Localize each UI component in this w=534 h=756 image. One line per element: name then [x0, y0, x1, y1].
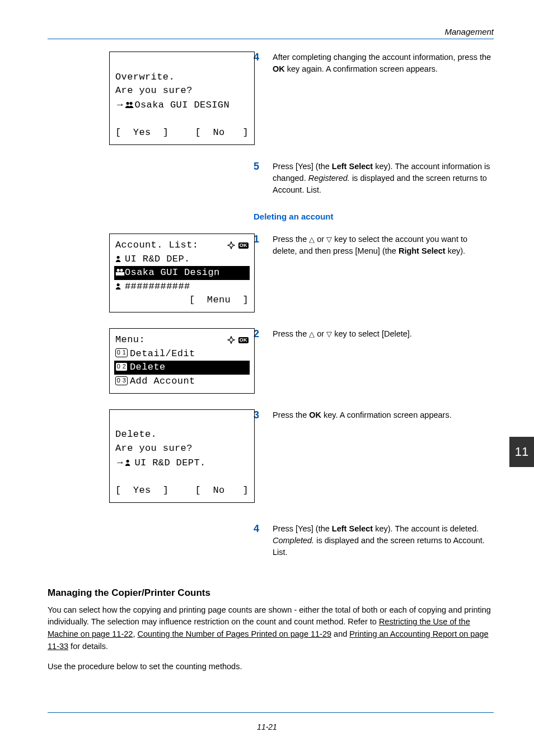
- nav-diamond-icon: [227, 336, 235, 344]
- para2: Use the procedure below to set the count…: [48, 661, 494, 673]
- svg-point-0: [127, 102, 129, 105]
- step-number-4b: 4: [254, 523, 263, 558]
- lcd4-line3: UI R&D DEPT.: [134, 458, 205, 468]
- lcd-delete-confirm: Delete. Are you sure? →UI R&D DEPT. [ Ye…: [109, 409, 255, 503]
- left-select-key-2: Left Select: [332, 524, 373, 533]
- p1d: for details.: [68, 642, 108, 651]
- lcd4-no[interactable]: [ No ]: [195, 484, 249, 498]
- lcd2-title: Account. List:: [115, 239, 198, 253]
- up-triangle-icon: △: [309, 330, 315, 338]
- lcd1-line2: Are you sure?: [115, 85, 193, 96]
- ok-icon: OK: [238, 337, 249, 343]
- arrow-icon: →: [115, 99, 125, 110]
- s5a: Press [Yes] (the: [273, 162, 332, 171]
- para1: You can select how the copying and print…: [48, 604, 494, 653]
- svg-rect-6: [116, 272, 124, 276]
- p1c: and: [331, 629, 349, 638]
- lcd-menu: Menu:OK0 1Detail/Edit 0 2Delete 0 3Add A…: [109, 328, 255, 394]
- up-triangle-icon: △: [309, 235, 315, 244]
- left-select-key: Left Select: [332, 162, 373, 171]
- num-badge-1: 0 1: [115, 348, 128, 357]
- lcd2-row1: UI R&D DEP.: [125, 254, 190, 264]
- lcd3-opt1[interactable]: Detail/Edit: [130, 348, 195, 359]
- link-counting[interactable]: Counting the Number of Pages Printed on …: [137, 629, 331, 638]
- d3a: Press the: [273, 410, 309, 419]
- lcd3-opt3[interactable]: Add Account: [130, 376, 195, 386]
- people-icon: [115, 282, 125, 290]
- step-number-1: 1: [254, 234, 263, 257]
- svg-marker-8: [228, 337, 235, 343]
- registered-msg: Registered.: [308, 174, 350, 183]
- footer-rule: [48, 712, 494, 713]
- svg-point-1: [130, 102, 133, 105]
- people-icon: [115, 255, 125, 263]
- d-step1: Press the △ or ▽ key to select the accou…: [273, 234, 494, 257]
- d2b: or: [315, 329, 326, 338]
- lcd3-opt2[interactable]: Delete: [130, 362, 166, 372]
- d4a: Press [Yes] (the: [273, 524, 332, 533]
- deleting-account-heading: Deleting an account: [254, 212, 494, 221]
- svg-point-3: [117, 255, 120, 258]
- down-triangle-icon: ▽: [326, 330, 332, 338]
- lcd4-line1: Delete.: [115, 429, 157, 440]
- lcd2-menu[interactable]: [ Menu ]: [189, 293, 249, 307]
- step4-b: key again. A confirmation screen appears…: [285, 64, 438, 73]
- ok-key-2: OK: [309, 410, 321, 419]
- lcd2-row3: ###########: [125, 281, 190, 292]
- lcd2-row2[interactable]: Osaka GUI Design: [125, 267, 220, 278]
- step-number-4: 4: [254, 52, 263, 75]
- lcd4-line2: Are you sure?: [115, 443, 193, 454]
- svg-marker-2: [228, 242, 235, 249]
- ok-key: OK: [273, 64, 285, 73]
- lcd-overwrite-confirm: Overwrite. Are you sure? →Osaka GUI DESI…: [109, 52, 255, 145]
- num-badge-3: 0 3: [115, 376, 128, 385]
- header-section: Management: [48, 27, 494, 36]
- arrow-icon: →: [115, 457, 125, 468]
- svg-point-9: [127, 459, 129, 462]
- d3b: key. A confirmation screen appears.: [321, 410, 452, 419]
- managing-counts-heading: Managing the Copier/Printer Counts: [48, 587, 494, 599]
- lcd3-title: Menu:: [115, 333, 145, 347]
- d2c: key to select [Delete].: [332, 329, 412, 338]
- step-number-2: 2: [254, 328, 263, 340]
- people-icon: [115, 268, 125, 276]
- people-icon: [125, 459, 134, 466]
- d-step2: Press the △ or ▽ key to select [Delete].: [273, 328, 494, 340]
- lcd1-line1: Overwrite.: [115, 72, 175, 82]
- svg-point-5: [120, 269, 123, 272]
- page-number: 11-21: [0, 722, 534, 731]
- step4-text: After completing changing the account in…: [273, 52, 494, 75]
- right-select-key: Right Select: [399, 246, 446, 255]
- num-badge-2: 0 2: [115, 362, 128, 371]
- lcd-account-list: Account. List:OKUI R&D DEP. Osaka GUI De…: [109, 234, 255, 312]
- d1a: Press the: [273, 235, 309, 244]
- lcd4-yes[interactable]: [ Yes ]: [115, 484, 168, 498]
- step-number-5: 5: [254, 161, 263, 196]
- svg-point-7: [117, 283, 120, 286]
- lcd1-no[interactable]: [ No ]: [195, 126, 249, 140]
- d2a: Press the: [273, 329, 309, 338]
- chapter-tab: 11: [509, 437, 534, 467]
- nav-diamond-icon: [227, 241, 235, 249]
- completed-msg: Completed.: [273, 536, 314, 545]
- d-step4: Press [Yes] (the Left Select key). The a…: [273, 523, 494, 558]
- step-number-3: 3: [254, 409, 263, 421]
- ok-icon: OK: [238, 242, 249, 249]
- d1d: key).: [446, 246, 465, 255]
- people-icon: [125, 101, 134, 109]
- step5-text: Press [Yes] (the Left Select key). The a…: [273, 161, 494, 196]
- step4-a: After completing changing the account in…: [273, 53, 491, 62]
- d4b: key). The account is deleted.: [373, 524, 479, 533]
- d1b: or: [315, 235, 326, 244]
- down-triangle-icon: ▽: [326, 235, 332, 244]
- d-step3: Press the OK key. A confirmation screen …: [273, 409, 494, 421]
- svg-point-4: [117, 269, 120, 272]
- lcd1-line3: Osaka GUI DESIGN: [134, 100, 229, 110]
- header-rule: [48, 39, 494, 39]
- lcd1-yes[interactable]: [ Yes ]: [115, 126, 168, 140]
